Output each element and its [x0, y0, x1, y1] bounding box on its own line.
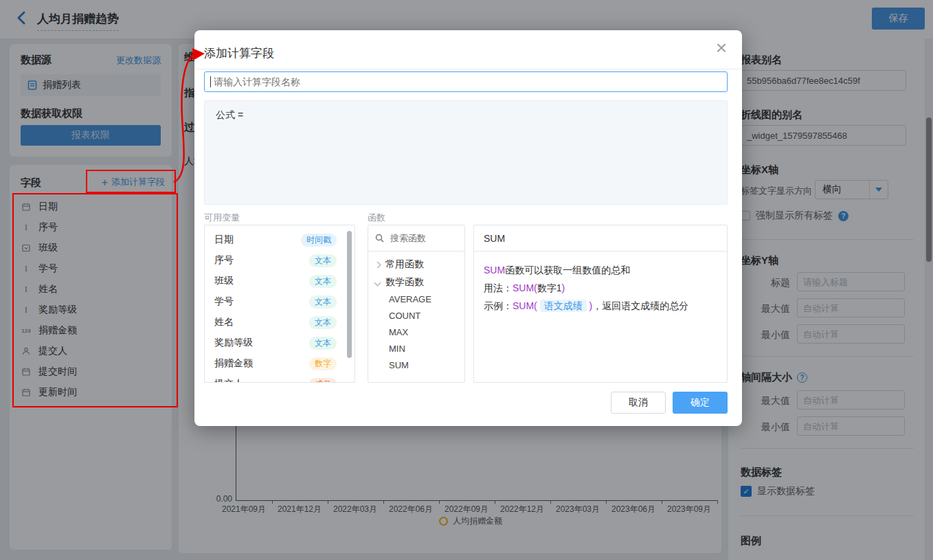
type-badge-text: 文本	[309, 316, 337, 329]
variable-item[interactable]: 序号文本	[205, 250, 355, 271]
calc-field-name-wrap	[204, 71, 728, 92]
type-badge-text: 文本	[309, 254, 337, 267]
keyword: )	[562, 282, 565, 293]
search-icon	[375, 234, 384, 243]
doc-usage: 用法：SUM(数字1)	[484, 279, 717, 297]
variable-name: 奖励等级	[214, 337, 253, 349]
variable-item[interactable]: 捐赠金额数字	[205, 353, 355, 374]
doc-text: 函数可以获取一组数值的总和	[505, 265, 630, 276]
function-item[interactable]: COUNT	[368, 308, 464, 324]
function-group-common[interactable]: 常用函数	[368, 256, 464, 273]
doc-header: SUM	[474, 225, 727, 251]
variable-item[interactable]: 奖励等级文本	[205, 333, 355, 353]
function-group-math[interactable]: 数学函数	[368, 273, 464, 291]
formula-editor[interactable]: 公式 =	[204, 100, 728, 205]
field-pill: 语文成绩	[540, 300, 587, 312]
keyword: SUM(	[513, 300, 537, 311]
doc-text: ，返回语文成绩的总分	[592, 300, 688, 311]
function-search-row	[368, 225, 464, 251]
variable-name: 提交人	[214, 378, 243, 383]
functions-panel: 常用函数 数学函数 AVERAGE COUNT MAX MIN SUM	[368, 225, 465, 383]
function-group-label: 常用函数	[385, 258, 424, 271]
variable-name: 捐赠金额	[214, 357, 253, 370]
modal-header-divider	[194, 69, 742, 69]
cancel-button[interactable]: 取消	[611, 392, 666, 414]
function-doc-panel: SUM SUM函数可以获取一组数值的总和 用法：SUM(数字1) 示例：SUM(…	[473, 225, 728, 383]
function-item[interactable]: MIN	[368, 341, 464, 357]
variable-name: 班级	[214, 275, 234, 287]
add-calc-field-modal: 添加计算字段 × 公式 = 可用变量 函数 日期时间戳 序号文本 班级文本 学号…	[194, 30, 742, 426]
variable-name: 学号	[214, 295, 234, 308]
doc-label: 用法：	[484, 282, 513, 293]
function-item[interactable]: SUM	[368, 357, 464, 374]
doc-text: 数字1	[537, 282, 562, 293]
variable-item[interactable]: 日期时间戳	[205, 229, 355, 250]
variable-name: 日期	[214, 234, 234, 246]
doc-example: 示例：SUM( 语文成绩 )，返回语文成绩的总分	[484, 297, 717, 315]
type-badge-text: 文本	[309, 295, 337, 309]
keyword: SUM	[484, 265, 505, 276]
type-badge-number: 数字	[309, 357, 337, 370]
variable-name: 姓名	[214, 316, 234, 328]
type-badge-text: 文本	[309, 337, 337, 350]
close-icon[interactable]: ×	[716, 38, 727, 58]
variables-title: 可用变量	[204, 212, 240, 224]
formula-label: 公式 =	[216, 109, 243, 122]
type-badge-text: 文本	[309, 275, 337, 288]
variable-item[interactable]: 姓名文本	[205, 312, 355, 333]
doc-label: 示例：	[484, 300, 513, 311]
doc-description: SUM函数可以获取一组数值的总和	[484, 261, 717, 279]
variable-item[interactable]: 学号文本	[205, 291, 355, 312]
app-root: 人均月捐赠趋势 保存 数据源 更改数据源 捐赠列表 数据获取权限 报表权限 字段…	[0, 0, 933, 560]
confirm-button[interactable]: 确定	[673, 392, 728, 414]
chevron-down-icon	[374, 279, 381, 286]
keyword: SUM(	[513, 282, 537, 293]
function-item[interactable]: MAX	[368, 324, 464, 341]
variable-item[interactable]: 班级文本	[205, 271, 355, 291]
function-item[interactable]: AVERAGE	[368, 291, 464, 308]
type-badge-member: 成员	[309, 378, 337, 383]
modal-title: 添加计算字段	[204, 45, 274, 61]
variables-panel: 日期时间戳 序号文本 班级文本 学号文本 姓名文本 奖励等级文本 捐赠金额数字 …	[204, 225, 355, 383]
chevron-right-icon	[374, 261, 381, 268]
function-search-input[interactable]	[389, 232, 453, 244]
calc-field-name-input[interactable]	[211, 76, 727, 87]
variable-name: 序号	[214, 254, 234, 267]
functions-title: 函数	[368, 212, 385, 224]
variable-item[interactable]: 提交人成员	[205, 374, 355, 383]
variables-scrollbar-thumb[interactable]	[347, 231, 352, 358]
type-badge-timestamp: 时间戳	[301, 234, 337, 247]
function-group-label: 数学函数	[385, 276, 424, 289]
